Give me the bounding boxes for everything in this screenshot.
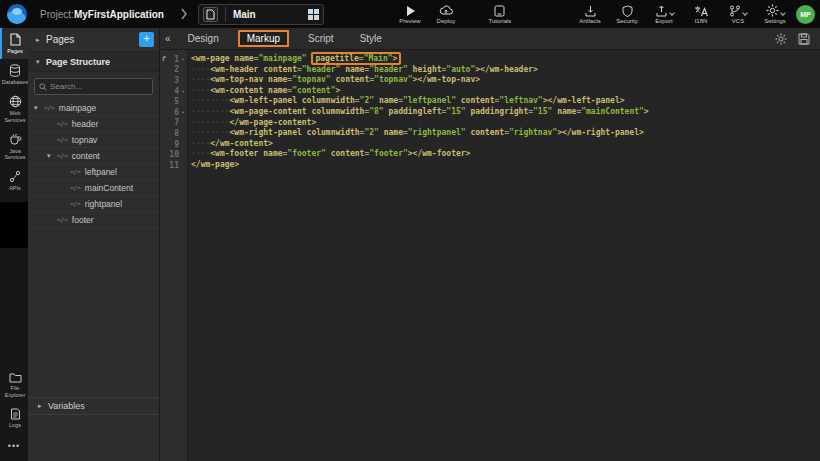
- variables-section-header[interactable]: ▸ Variables: [28, 397, 159, 415]
- pages-caret-icon[interactable]: ▸: [36, 36, 46, 44]
- gutter-line-2: 2: [160, 65, 187, 76]
- tree-item-label: mainpage: [59, 103, 96, 113]
- tutorials-button[interactable]: Tutorials: [486, 5, 514, 24]
- structure-search: [34, 78, 153, 95]
- export-label: Export: [655, 18, 672, 24]
- tab-style[interactable]: Style: [360, 33, 382, 44]
- fold-caret-icon[interactable]: ▾: [179, 56, 187, 62]
- preview-button[interactable]: Preview: [396, 5, 424, 24]
- page-file-icon[interactable]: [203, 7, 218, 22]
- editor-settings-gear-icon[interactable]: [775, 33, 787, 45]
- tree-item-topnav[interactable]: </>topnav: [28, 132, 159, 148]
- rail-item-pages[interactable]: Pages: [0, 28, 28, 59]
- fold-caret-icon[interactable]: ▾: [179, 88, 187, 94]
- settings-label: Settings: [764, 18, 786, 24]
- code-line-2: ····<wm-header content="header" name="he…: [191, 65, 820, 76]
- logs-icon: [10, 408, 21, 420]
- vcs-label: VCS: [732, 18, 744, 24]
- markup-editor: « DesignMarkupScriptStyle f1▾234▾56▾7891…: [160, 28, 820, 461]
- tree-item-header[interactable]: </>header: [28, 116, 159, 132]
- rail-divider: [0, 202, 28, 248]
- tree-item-mainContent[interactable]: </>mainContent: [28, 180, 159, 196]
- variables-caret-icon[interactable]: ▸: [38, 402, 48, 410]
- security-button[interactable]: Security: [613, 5, 641, 24]
- pages-panel-header[interactable]: ▸ Pages +: [28, 28, 159, 52]
- rail-more-button[interactable]: •••: [0, 433, 28, 461]
- tab-design[interactable]: Design: [188, 33, 219, 44]
- tree-item-label: rightpanel: [85, 199, 122, 209]
- open-page-tab[interactable]: Main: [198, 4, 324, 25]
- widget-code-icon: </>: [57, 136, 68, 143]
- security-shield-icon: [622, 5, 633, 17]
- editor-code[interactable]: <wm-page name="mainpage" pagetitle="Main…: [188, 50, 820, 461]
- rail-label-apis: APIs: [9, 185, 21, 192]
- web-services-icon: [9, 95, 22, 108]
- java-services-icon: [9, 133, 22, 146]
- database-icon: [9, 64, 21, 77]
- project-name: MyFirstApplication: [74, 9, 164, 20]
- rail-item-logs[interactable]: Logs: [0, 403, 28, 433]
- code-line-9: ····</wm-content>: [191, 139, 820, 150]
- export-upload-icon: [655, 5, 668, 17]
- gutter-line-7: 7: [160, 118, 187, 129]
- widget-code-icon: </>: [57, 152, 68, 159]
- code-line-5: ········<wm-left-panel columnwidth="2" n…: [191, 96, 820, 107]
- i18n-button[interactable]: I18N: [687, 5, 715, 24]
- preview-label: Preview: [399, 18, 420, 24]
- settings-chevron-down-icon: [780, 10, 786, 16]
- gutter-line-4: 4▾: [160, 86, 187, 97]
- settings-button[interactable]: Settings: [761, 4, 789, 24]
- page-structure-tree: ▾</>mainpage</>header</>topnav▾</>conten…: [28, 100, 159, 228]
- tree-item-mainpage[interactable]: ▾</>mainpage: [28, 100, 159, 116]
- file-explorer-icon: [9, 372, 22, 383]
- tree-expand-caret-icon[interactable]: ▾: [34, 104, 44, 112]
- wavemaker-logo[interactable]: [7, 4, 27, 24]
- artifacts-button[interactable]: Artifacts: [576, 5, 604, 24]
- tree-item-rightpanel[interactable]: </>rightpanel: [28, 196, 159, 212]
- i18n-label: I18N: [695, 18, 708, 24]
- gutter-line-5: 5: [160, 96, 187, 107]
- page-switcher-grid-icon[interactable]: [308, 9, 319, 20]
- deploy-button[interactable]: Deploy: [432, 5, 460, 24]
- project-breadcrumb: Project:MyFirstApplication: [40, 9, 164, 20]
- editor-gutter: f1▾234▾56▾7891011: [160, 50, 188, 461]
- tree-item-label: content: [72, 151, 100, 161]
- tree-item-content[interactable]: ▾</>content: [28, 148, 159, 164]
- user-avatar[interactable]: MP: [796, 5, 815, 24]
- tutorials-label: Tutorials: [489, 18, 512, 24]
- rail-item-databases[interactable]: Databases: [0, 59, 28, 90]
- tab-markup[interactable]: Markup: [238, 30, 289, 47]
- widget-code-icon: </>: [44, 104, 55, 111]
- tree-expand-caret-icon[interactable]: ▾: [47, 152, 57, 160]
- vcs-chevron-down-icon: [742, 10, 748, 16]
- code-editor-area[interactable]: f1▾234▾56▾7891011 <wm-page name="mainpag…: [160, 50, 820, 461]
- fold-caret-icon[interactable]: ▾: [179, 109, 187, 115]
- page-structure-header[interactable]: ▾ Page Structure: [28, 52, 159, 72]
- gutter-line-10: 10: [160, 149, 187, 160]
- rail-item-web-services[interactable]: Web Services: [0, 90, 28, 128]
- code-line-10: ····<wm-footer name="footer" content="fo…: [191, 149, 820, 160]
- save-icon[interactable]: [798, 33, 810, 45]
- tree-item-label: mainContent: [85, 183, 133, 193]
- pages-icon: [9, 33, 21, 46]
- vcs-button[interactable]: VCS: [724, 5, 752, 24]
- code-line-8: ········<wm-right-panel columnwidth="2" …: [191, 128, 820, 139]
- search-input[interactable]: [50, 82, 148, 91]
- project-label: Project:: [40, 9, 74, 20]
- rail-item-file-explorer[interactable]: File Explorer: [0, 367, 28, 403]
- add-page-button[interactable]: +: [139, 32, 154, 47]
- export-chevron-down-icon: [669, 10, 675, 16]
- tab-script[interactable]: Script: [308, 33, 334, 44]
- rail-item-apis[interactable]: APIs: [0, 165, 28, 196]
- collapse-panel-icon[interactable]: «: [165, 33, 171, 44]
- rail-item-java-services[interactable]: Java Services: [0, 128, 28, 166]
- rail-label-logs: Logs: [9, 422, 21, 429]
- gutter-line-9: 9: [160, 139, 187, 150]
- page-structure-caret-icon[interactable]: ▾: [36, 58, 46, 66]
- artifacts-label: Artifacts: [579, 18, 601, 24]
- export-button[interactable]: Export: [650, 5, 678, 24]
- code-line-11: </wm-page>: [191, 160, 820, 171]
- tree-item-footer[interactable]: </>footer: [28, 212, 159, 228]
- gutter-line-1: f1▾: [160, 54, 187, 65]
- tree-item-leftpanel[interactable]: </>leftpanel: [28, 164, 159, 180]
